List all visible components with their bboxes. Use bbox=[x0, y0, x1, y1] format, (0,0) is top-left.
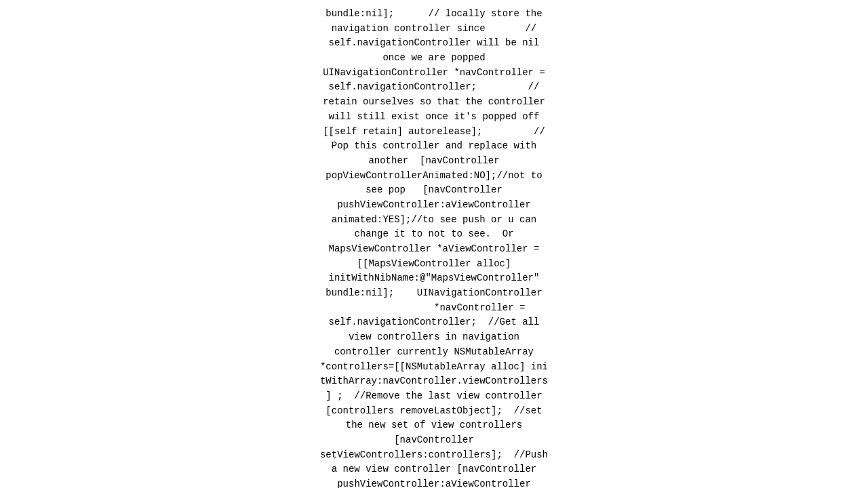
code-line: self.navigationController; // bbox=[320, 80, 548, 95]
code-line: bundle:nil]; UINavigationController bbox=[320, 286, 548, 301]
code-line: [[MapsViewController alloc] bbox=[320, 257, 548, 272]
code-line: view controllers in navigation bbox=[320, 330, 548, 345]
code-line: controller currently NSMutableArray bbox=[320, 345, 548, 360]
code-line: [navController bbox=[320, 433, 548, 448]
code-line: initWithNibName:@"MapsViewController" bbox=[320, 271, 548, 286]
code-line: retain ourselves so that the controller bbox=[320, 95, 548, 110]
code-line: UINavigationController *navController = bbox=[320, 66, 548, 81]
code-line: ] ; //Remove the last view controller bbox=[320, 389, 548, 404]
code-line: a new view controller [navController bbox=[320, 462, 548, 477]
code-line: tWithArray:navController.viewControllers bbox=[320, 374, 548, 389]
code-line: once we are popped bbox=[320, 51, 548, 66]
code-container: bundle:nil]; // locally store thenavigat… bbox=[0, 0, 868, 488]
code-line: self.navigationController; //Get all bbox=[320, 315, 548, 330]
code-line: self.navigationController will be nil bbox=[320, 36, 548, 51]
code-line: pushViewController:aViewController bbox=[320, 198, 548, 213]
code-line: change it to not to see. Or bbox=[320, 227, 548, 242]
code-line: [controllers removeLastObject]; //set bbox=[320, 404, 548, 419]
code-line: another [navController bbox=[320, 154, 548, 169]
code-line: navigation controller since // bbox=[320, 22, 548, 37]
code-line: the new set of view controllers bbox=[320, 418, 548, 433]
code-line: *controllers=[[NSMutableArray alloc] ini bbox=[320, 360, 548, 375]
code-block: bundle:nil]; // locally store thenavigat… bbox=[320, 7, 548, 488]
code-line: MapsViewController *aViewController = bbox=[320, 242, 548, 257]
code-line: animated:YES];//to see push or u can bbox=[320, 213, 548, 228]
code-line: will still exist once it's popped off bbox=[320, 110, 548, 125]
code-line: setViewControllers:controllers]; //Push bbox=[320, 448, 548, 463]
code-line: popViewControllerAnimated:NO];//not to bbox=[320, 169, 548, 184]
code-line: Pop this controller and replace with bbox=[320, 139, 548, 154]
code-line: see pop [navController bbox=[320, 183, 548, 198]
code-line: *navController = bbox=[320, 301, 548, 316]
code-line: pushViewController:aViewController bbox=[320, 477, 548, 488]
code-line: bundle:nil]; // locally store the bbox=[320, 7, 548, 22]
code-line: [[self retain] autorelease]; // bbox=[320, 125, 548, 140]
